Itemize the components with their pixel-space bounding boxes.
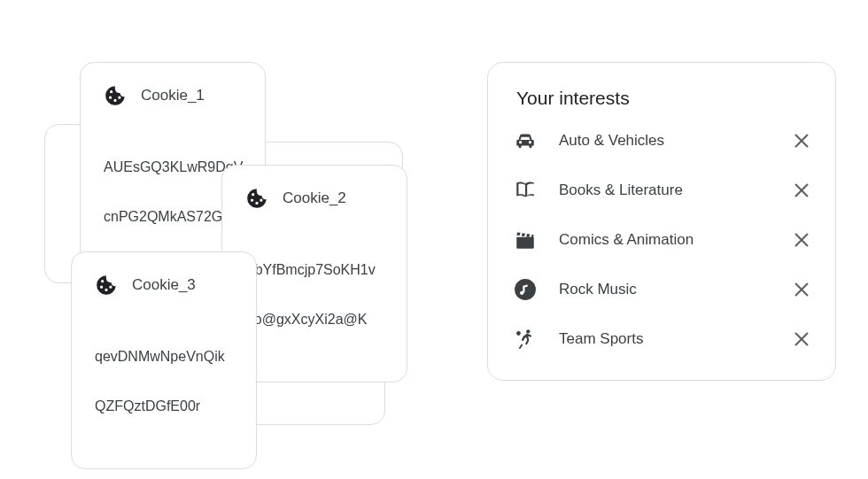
music-note-icon	[513, 277, 538, 302]
remove-interest-button[interactable]	[789, 228, 814, 252]
cookie-title: Cookie_2	[283, 189, 346, 207]
cookie-value-line: QZFQztDGfE00r	[95, 394, 233, 419]
interest-label: Books & Literature	[559, 182, 768, 199]
cookie-value-line: Vo@gxXcyXi2a@K	[245, 307, 384, 332]
interest-row-comics: Comics & Animation	[513, 215, 814, 265]
svg-point-2	[516, 331, 521, 336]
interest-row-books: Books & Literature	[513, 166, 814, 215]
interest-label: Team Sports	[559, 330, 768, 348]
sports-icon	[513, 327, 538, 352]
cookie-value: qevDNMwNpeVnQik QZFQztDGfE00r	[95, 320, 233, 444]
clapperboard-icon	[513, 228, 538, 252]
cookie-icon	[95, 274, 118, 297]
remove-interest-button[interactable]	[789, 178, 814, 203]
cookie-value: SbYfBmcjp7SoKH1v Vo@gxXcyXi2a@K	[245, 233, 384, 357]
interest-row-sports: Team Sports	[513, 314, 814, 364]
interests-title: Your interests	[516, 88, 814, 109]
remove-interest-button[interactable]	[789, 277, 814, 302]
interest-row-auto: Auto & Vehicles	[513, 116, 814, 166]
interest-row-music: Rock Music	[513, 265, 814, 314]
interest-label: Auto & Vehicles	[559, 132, 768, 150]
cookie-title: Cookie_1	[141, 87, 205, 104]
book-icon	[513, 178, 538, 203]
interests-panel: Your interests Auto & Vehicles Books & L…	[487, 62, 836, 381]
cookie-title: Cookie_3	[132, 276, 196, 294]
cookie-card-3: Cookie_3 qevDNMwNpeVnQik QZFQztDGfE00r	[71, 251, 257, 469]
remove-interest-button[interactable]	[789, 128, 814, 153]
close-icon	[792, 329, 811, 349]
car-icon	[513, 128, 538, 153]
remove-interest-button[interactable]	[789, 327, 814, 352]
cookie-icon	[245, 187, 268, 210]
svg-point-1	[526, 329, 530, 333]
close-icon	[792, 131, 811, 151]
cookie-icon	[104, 84, 127, 107]
close-icon	[792, 181, 811, 200]
cookie-stack: Cookie_1 AUEsGQ3KLwR9DgV cnPG2QMkAS72GV …	[44, 62, 407, 425]
cookie-value-line: SbYfBmcjp7SoKH1v	[245, 258, 384, 282]
close-icon	[792, 230, 811, 250]
svg-point-0	[515, 279, 536, 300]
interest-label: Rock Music	[559, 281, 768, 298]
cookie-value-line: qevDNMwNpeVnQik	[95, 344, 233, 369]
close-icon	[792, 280, 811, 299]
interest-label: Comics & Animation	[559, 231, 768, 249]
